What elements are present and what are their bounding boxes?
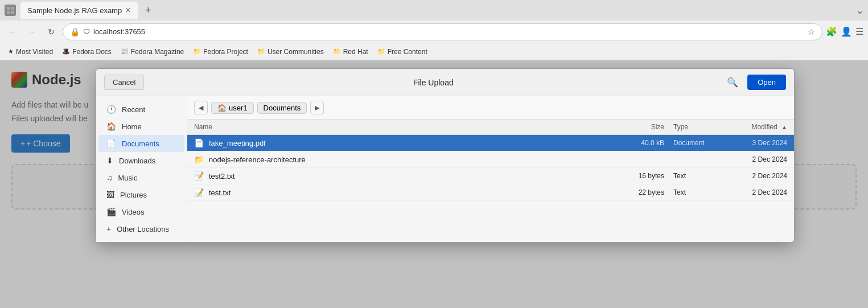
header-name[interactable]: Name xyxy=(194,123,613,131)
bookmark-fedora-project-label: Fedora Project xyxy=(203,48,248,56)
forward-button[interactable]: → xyxy=(24,24,40,40)
profile-icon[interactable]: 👤 xyxy=(841,26,852,37)
file-modified-fake-meeting: 3 Dec 2024 xyxy=(725,139,787,147)
music-icon: ♫ xyxy=(106,173,113,182)
back-button[interactable]: ← xyxy=(5,24,20,40)
videos-icon: 🎬 xyxy=(106,207,116,216)
tab-list-button[interactable]: ⌄ xyxy=(856,5,863,16)
documents-icon: 📄 xyxy=(106,139,116,148)
sidebar-item-home[interactable]: 🏠 Home xyxy=(98,118,184,135)
file-type-fake-meeting: Document xyxy=(673,139,725,147)
breadcrumb-user-label: user1 xyxy=(229,104,248,112)
bookmarks-bar: ★ Most Visited 🎩 Fedora Docs 📰 Fedora Ma… xyxy=(0,43,868,60)
sidebar-item-pictures[interactable]: 🖼 Pictures xyxy=(98,186,184,203)
header-size[interactable]: Size xyxy=(613,123,664,131)
bookmark-fedora-docs[interactable]: 🎩 Fedora Docs xyxy=(59,47,115,57)
file-name-fake-meeting: fake_meeting.pdf xyxy=(209,139,613,147)
nav-bar: ← → ↻ 🔒 🛡 localhost:37655 ☆ 🧩 👤 ☰ xyxy=(0,20,868,43)
breadcrumb-documents[interactable]: Documents xyxy=(257,102,307,114)
text-file-icon-test2: 📝 xyxy=(194,171,204,180)
sidebar-item-downloads[interactable]: ⬇ Downloads xyxy=(98,152,184,169)
file-type-test-txt: Text xyxy=(673,188,725,196)
file-row-test2-txt[interactable]: 📝 test2.txt 16 bytes Text 2 Dec 2024 xyxy=(187,168,794,184)
downloads-icon: ⬇ xyxy=(106,156,113,165)
breadcrumb-back-button[interactable]: ◀ xyxy=(194,101,208,114)
cancel-button[interactable]: Cancel xyxy=(104,75,144,90)
breadcrumb-user[interactable]: 🏠 user1 xyxy=(211,102,254,114)
sidebar-item-music[interactable]: ♫ Music xyxy=(98,169,184,186)
file-modified-test2-txt: 2 Dec 2024 xyxy=(725,172,787,180)
sidebar-item-videos-label: Videos xyxy=(122,208,145,216)
file-list-header: Name Size Type Modified ▲ xyxy=(187,120,794,135)
bookmark-free-content[interactable]: 📁 Free Content xyxy=(374,47,431,57)
file-upload-dialog: Cancel File Upload 🔍 Open 🕐 Recent 🏠 Hom… xyxy=(96,68,795,243)
file-name-test-txt: test.txt xyxy=(209,188,613,197)
dialog-header: Cancel File Upload 🔍 Open xyxy=(96,69,794,96)
file-modified-nodejs-ref-arch: 2 Dec 2024 xyxy=(725,155,787,163)
svg-rect-1 xyxy=(11,7,14,10)
file-size-test2-txt: 16 bytes xyxy=(613,172,664,180)
bookmark-user-communities[interactable]: 📁 User Communities xyxy=(254,47,327,57)
sidebar-item-home-label: Home xyxy=(122,122,142,131)
address-bar[interactable]: 🔒 🛡 localhost:37655 ☆ xyxy=(63,23,822,40)
pictures-icon: 🖼 xyxy=(106,190,114,199)
open-button[interactable]: Open xyxy=(747,75,786,90)
address-text: localhost:37655 xyxy=(93,27,145,36)
browser-chrome: Sample Node.js RAG examp ✕ + ⌄ ← → ↻ 🔒 🛡… xyxy=(0,0,868,60)
bookmark-red-hat[interactable]: 📁 Red Hat xyxy=(330,47,372,57)
active-tab[interactable]: Sample Node.js RAG examp ✕ xyxy=(20,2,138,19)
breadcrumb-forward-button[interactable]: ▶ xyxy=(310,101,324,114)
file-list: 📄 fake_meeting.pdf 40.0 kB Document 3 De… xyxy=(187,135,794,242)
new-tab-button[interactable]: + xyxy=(140,2,156,18)
recent-icon: 🕐 xyxy=(106,105,116,114)
bookmark-fedora-magazine[interactable]: 📰 Fedora Magazine xyxy=(117,47,187,57)
file-row-nodejs-ref-arch[interactable]: 📁 nodejs-reference-architecture 2 Dec 20… xyxy=(187,151,794,168)
bookmark-star-icon[interactable]: ☆ xyxy=(808,27,815,36)
pdf-file-icon: 📄 xyxy=(194,138,204,147)
text-file-icon-test: 📝 xyxy=(194,188,204,197)
shield-icon: 🛡 xyxy=(83,28,90,36)
dialog-files: ◀ 🏠 user1 Documents ▶ Name Size xyxy=(187,96,794,242)
tab-bar: Sample Node.js RAG examp ✕ + ⌄ xyxy=(0,0,868,20)
fedora-magazine-icon: 📰 xyxy=(121,48,129,55)
bookmark-fedora-magazine-label: Fedora Magazine xyxy=(131,48,184,56)
star-icon: ★ xyxy=(8,48,14,55)
fedora-project-icon: 📁 xyxy=(193,48,201,55)
dialog-sidebar: 🕐 Recent 🏠 Home 📄 Documents ⬇ Downloads … xyxy=(96,96,187,242)
bookmark-most-visited-label: Most Visited xyxy=(16,48,53,56)
tab-group-icon xyxy=(5,5,16,16)
security-icon: 🔒 xyxy=(70,27,80,36)
refresh-button[interactable]: ↻ xyxy=(43,24,59,40)
dialog-body: 🕐 Recent 🏠 Home 📄 Documents ⬇ Downloads … xyxy=(96,96,794,242)
sidebar-item-documents-label: Documents xyxy=(122,139,159,148)
sidebar-item-other-locations[interactable]: + Other Locations xyxy=(98,220,184,237)
search-icon: 🔍 xyxy=(727,77,738,87)
red-hat-icon: 📁 xyxy=(333,48,341,55)
sort-arrow-icon: ▲ xyxy=(781,124,787,130)
menu-icon[interactable]: ☰ xyxy=(855,26,863,37)
search-button[interactable]: 🔍 xyxy=(722,75,743,90)
bookmark-fedora-project[interactable]: 📁 Fedora Project xyxy=(190,47,252,57)
sidebar-item-other-locations-label: Other Locations xyxy=(117,225,169,233)
bookmark-most-visited[interactable]: ★ Most Visited xyxy=(5,47,56,57)
file-name-nodejs-ref-arch: nodejs-reference-architecture xyxy=(209,155,613,164)
sidebar-item-downloads-label: Downloads xyxy=(119,157,155,165)
sidebar-item-recent[interactable]: 🕐 Recent xyxy=(98,101,184,118)
other-locations-icon: + xyxy=(106,224,111,233)
bookmark-user-communities-label: User Communities xyxy=(268,48,324,56)
file-size-fake-meeting: 40.0 kB xyxy=(613,139,664,147)
user-communities-icon: 📁 xyxy=(257,48,265,55)
file-nav: ◀ 🏠 user1 Documents ▶ xyxy=(187,96,794,120)
tab-close-button[interactable]: ✕ xyxy=(125,6,131,14)
header-modified[interactable]: Modified ▲ xyxy=(725,123,787,131)
file-row-test-txt[interactable]: 📝 test.txt 22 bytes Text 2 Dec 2024 xyxy=(187,184,794,201)
home-breadcrumb-icon: 🏠 xyxy=(217,104,227,112)
sidebar-item-documents[interactable]: 📄 Documents xyxy=(98,135,184,152)
sidebar-item-videos[interactable]: 🎬 Videos xyxy=(98,203,184,220)
header-type[interactable]: Type xyxy=(673,123,725,131)
file-row-fake-meeting[interactable]: 📄 fake_meeting.pdf 40.0 kB Document 3 De… xyxy=(187,135,794,151)
extensions-icon[interactable]: 🧩 xyxy=(826,26,837,37)
breadcrumb-documents-label: Documents xyxy=(264,104,301,112)
tab-title: Sample Node.js RAG examp xyxy=(27,6,122,15)
file-modified-test-txt: 2 Dec 2024 xyxy=(725,188,787,196)
